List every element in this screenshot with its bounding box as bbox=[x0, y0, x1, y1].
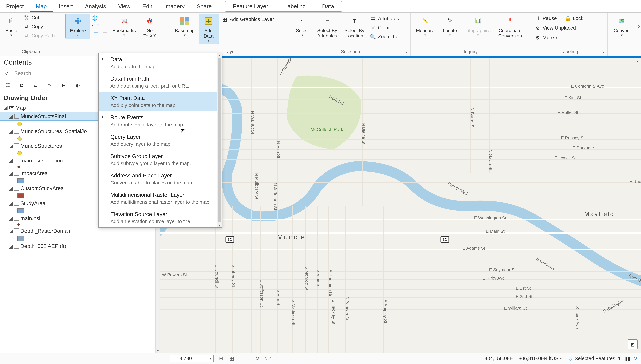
selection-dialog-launcher[interactable]: ◢ bbox=[405, 50, 409, 54]
visibility-checkbox[interactable] bbox=[14, 114, 19, 119]
list-by-source[interactable]: ◘ bbox=[17, 80, 26, 90]
clear-button[interactable]: ✕Clear bbox=[368, 24, 400, 32]
dropdown-scrollbar[interactable]: ▴▾ bbox=[217, 53, 222, 228]
list-by-editing[interactable]: ✎ bbox=[45, 80, 54, 90]
expand-icon[interactable]: ◢ bbox=[9, 113, 13, 120]
expand-icon[interactable]: ◢ bbox=[9, 200, 13, 206]
dropdown-item[interactable]: ▫DataAdd data to the map. bbox=[99, 53, 222, 72]
dropdown-item[interactable]: ▫Query LayerAdd query layer to the map. bbox=[99, 131, 222, 150]
context-tab-feature-layer[interactable]: Feature Layer bbox=[225, 1, 276, 11]
coord-conversion-button[interactable]: 📍 Coordinate Conversion bbox=[495, 14, 525, 40]
select-by-attributes-button[interactable]: ☰ Select By Attributes bbox=[314, 14, 340, 40]
collapse-map-button[interactable]: ⌄ bbox=[636, 57, 640, 63]
visibility-checkbox[interactable] bbox=[14, 201, 19, 206]
context-tab-labeling[interactable]: Labeling bbox=[276, 1, 314, 11]
expand-icon[interactable]: ◢ bbox=[9, 228, 13, 234]
select-button[interactable]: ↖ Select▾ bbox=[292, 14, 312, 38]
forward-button[interactable]: → bbox=[101, 28, 108, 36]
tab-analysis[interactable]: Analysis bbox=[79, 1, 112, 12]
layer-symbol[interactable] bbox=[0, 235, 160, 242]
context-tab-data[interactable]: Data bbox=[314, 1, 342, 11]
expand-icon[interactable]: ◢ bbox=[9, 128, 13, 134]
basemap-button[interactable]: Basemap ▾ bbox=[172, 14, 197, 38]
layer-row[interactable]: ◢Depth_002 AEP (ft) bbox=[0, 242, 160, 250]
pause-labeling-button[interactable]: ⏸Pause bbox=[533, 14, 558, 22]
dynamic-icon[interactable]: N↗ bbox=[265, 355, 272, 362]
corrections-icon[interactable]: ↺ bbox=[254, 355, 261, 362]
labeling-dialog-launcher[interactable]: ◢ bbox=[602, 50, 606, 54]
globe-icon[interactable]: 🌐 bbox=[92, 15, 98, 21]
layer-row[interactable]: ◢Depth_RasterDomain bbox=[0, 227, 160, 235]
list-by-labeling[interactable]: ◐ bbox=[73, 80, 82, 90]
zoom-in-icon[interactable]: ⤢ bbox=[92, 22, 96, 28]
dropdown-item[interactable]: ▫Route EventsAdd route event layer to th… bbox=[99, 111, 222, 131]
tab-edit[interactable]: Edit bbox=[136, 1, 158, 12]
expand-icon[interactable]: ◢ bbox=[9, 143, 13, 149]
selected-features-display[interactable]: ◇Selected Features: 1 bbox=[568, 356, 621, 361]
list-by-drawing-order[interactable]: ☷ bbox=[3, 80, 12, 90]
map-canvas[interactable]: 32 32 973 ft McCulloch Park Muncie Mayfi… bbox=[160, 56, 641, 353]
constraints-icon[interactable]: ⋮⋮ bbox=[239, 355, 246, 362]
visibility-checkbox[interactable] bbox=[14, 171, 19, 176]
map-navigator-button[interactable]: ◩ bbox=[628, 339, 638, 349]
dropdown-item[interactable]: ▫XY Point DataAdd x,y point data to the … bbox=[99, 92, 222, 111]
view-unplaced-button[interactable]: ⊘View Unplaced bbox=[533, 24, 584, 32]
expand-icon[interactable]: ◢ bbox=[9, 158, 13, 164]
coordinates-display[interactable]: 404,156.08E 1,806,819.09N ftUS▾ bbox=[484, 356, 562, 361]
expand-icon[interactable]: ◢ bbox=[9, 215, 13, 222]
tab-insert[interactable]: Insert bbox=[53, 1, 79, 12]
expand-icon[interactable]: ◢ bbox=[3, 105, 7, 111]
zoom-out-icon[interactable]: ⤡ bbox=[97, 22, 100, 28]
scale-selector[interactable]: 1:19,730▾ bbox=[170, 355, 214, 362]
list-by-selection[interactable]: ▱ bbox=[31, 80, 40, 90]
add-graphics-layer-button[interactable]: ▦Add Graphics Layer bbox=[220, 15, 275, 23]
snap-icon[interactable]: ⊞ bbox=[218, 355, 224, 362]
copy-path-button[interactable]: ⧉Copy Path bbox=[22, 32, 56, 40]
measure-button[interactable]: 📏 Measure▾ bbox=[413, 14, 438, 38]
go-to-xy-button[interactable]: 🎯 Go To XY bbox=[140, 14, 160, 40]
dropdown-item[interactable]: ▫Subtype Group LayerAdd subtype group la… bbox=[99, 150, 222, 170]
paste-button[interactable]: 📋 Paste ▾ bbox=[2, 14, 20, 38]
list-by-snapping[interactable]: ⊞ bbox=[59, 80, 68, 90]
visibility-checkbox[interactable] bbox=[14, 228, 19, 234]
convert-button[interactable]: 🗺️ Convert▾ bbox=[610, 14, 634, 38]
ribbon-scroll-right[interactable]: › bbox=[638, 22, 640, 30]
infographics-button[interactable]: 📊 Infographics▾ bbox=[462, 14, 494, 38]
tab-view[interactable]: View bbox=[112, 1, 136, 12]
filter-icon[interactable]: ▽ bbox=[2, 70, 10, 77]
visibility-checkbox[interactable] bbox=[14, 216, 19, 221]
select-by-location-button[interactable]: ◫ Select By Location bbox=[342, 14, 367, 40]
copy-button[interactable]: ⧉Copy bbox=[22, 22, 56, 30]
expand-icon[interactable]: ◢ bbox=[9, 185, 13, 192]
visibility-checkbox[interactable] bbox=[14, 158, 19, 163]
grid-icon[interactable]: ▦ bbox=[228, 355, 235, 362]
visibility-checkbox[interactable] bbox=[14, 244, 19, 248]
zoom-to-button[interactable]: 🔍Zoom To bbox=[368, 32, 400, 40]
visibility-checkbox[interactable] bbox=[14, 129, 19, 134]
tab-project[interactable]: Project bbox=[0, 1, 30, 12]
visibility-checkbox[interactable] bbox=[14, 143, 19, 148]
dropdown-item[interactable]: ▫Data From PathAdd data using a local pa… bbox=[99, 72, 222, 92]
tab-map[interactable]: Map bbox=[30, 1, 53, 12]
bookmarks-button[interactable]: 📖 Bookmarks ▾ bbox=[110, 14, 138, 38]
tab-imagery[interactable]: Imagery bbox=[158, 1, 191, 12]
attributes-button[interactable]: ▤Attributes bbox=[368, 14, 400, 22]
dropdown-item[interactable]: ▫Multidimensional Raster LayerAdd multid… bbox=[99, 189, 222, 208]
expand-icon[interactable]: ◢ bbox=[9, 170, 13, 176]
add-data-button[interactable]: Add Data▾ bbox=[199, 14, 219, 44]
expand-icon[interactable]: ◢ bbox=[9, 243, 13, 249]
labeling-more-button[interactable]: ⚙More ▾ bbox=[533, 34, 584, 42]
tab-share[interactable]: Share bbox=[191, 1, 218, 12]
pause-drawing-button[interactable]: ▮▮ bbox=[625, 356, 631, 361]
refresh-button[interactable]: ⟳ bbox=[634, 356, 638, 361]
lock-labeling-button[interactable]: 🔒Lock bbox=[563, 14, 584, 22]
locate-button[interactable]: 🔭 Locate▾ bbox=[439, 14, 461, 38]
visibility-checkbox[interactable] bbox=[14, 186, 19, 191]
back-button[interactable]: ← bbox=[92, 28, 99, 36]
dropdown-item[interactable]: ▫Address and Place LayerConvert a table … bbox=[99, 170, 222, 189]
dropdown-item[interactable]: ▫Elevation Source LayerAdd an elevation … bbox=[99, 208, 222, 228]
explore-button[interactable]: Explore ▾ bbox=[66, 14, 90, 39]
zoom-full-icon[interactable]: ⬚ bbox=[99, 15, 103, 21]
cut-button[interactable]: ✂️Cut bbox=[22, 14, 56, 22]
map-view[interactable]: ⌄ bbox=[160, 56, 641, 353]
